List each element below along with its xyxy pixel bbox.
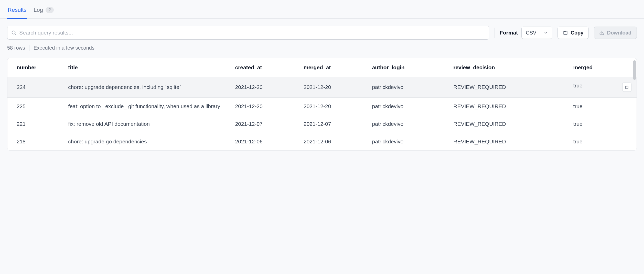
cell-created-at: 2021-12-06 [230,133,298,151]
toolbar: Format CSV Copy Download [0,19,644,43]
col-header-merged-at[interactable]: merged_at [298,58,367,77]
cell-author-login: patrickdevivo [367,98,448,115]
search-wrap[interactable] [7,26,489,40]
cell-merged-at: 2021-12-07 [298,115,367,133]
download-button[interactable]: Download [594,27,637,39]
row-count: 58 rows [7,45,25,51]
tab-results-label: Results [8,7,26,13]
cell-review-decision: REVIEW_REQUIRED [448,77,568,98]
clipboard-icon [625,85,629,89]
status-divider [29,45,29,51]
results-table: number title created_at merged_at author… [7,58,637,150]
copy-button[interactable]: Copy [557,27,589,39]
cell-author-login: patrickdevivo [367,133,448,151]
table-row[interactable]: 225feat: option to _exclude_ git functio… [7,98,637,115]
col-header-created-at[interactable]: created_at [230,58,298,77]
cell-created-at: 2021-12-20 [230,98,298,115]
format-group: Format CSV [500,27,552,39]
table-row[interactable]: 218chore: upgrade go dependencies2021-12… [7,133,637,151]
cell-title: chore: upgrade go dependencies [63,133,230,151]
merged-value: true [573,139,582,144]
clipboard-icon [563,30,568,35]
chevron-down-icon [543,30,548,35]
cell-title: chore: upgrade dependencies, including `… [63,77,230,98]
col-header-merged[interactable]: merged [568,58,637,77]
format-label: Format [500,30,518,36]
cell-created-at: 2021-12-20 [230,77,298,98]
cell-review-decision: REVIEW_REQUIRED [448,115,568,133]
table-header-row: number title created_at merged_at author… [7,58,637,77]
format-value: CSV [526,30,536,36]
merged-value: true [573,103,582,109]
status-bar: 58 rows Executed in a few seconds [0,43,644,55]
merged-value: true [573,121,582,127]
copy-label: Copy [571,30,583,36]
svg-rect-2 [565,31,566,32]
search-input[interactable] [19,30,485,36]
search-icon [11,30,17,36]
tabs-bar: Results Log 2 [0,0,644,19]
cell-title: feat: option to _exclude_ git functional… [63,98,230,115]
cell-review-decision: REVIEW_REQUIRED [448,133,568,151]
cell-review-decision: REVIEW_REQUIRED [448,98,568,115]
cell-title: fix: remove old API documentation [63,115,230,133]
col-header-author-login[interactable]: author_login [367,58,448,77]
exec-time: Executed in a few seconds [34,45,94,51]
cell-merged: true [568,98,637,115]
download-icon [599,30,604,35]
row-copy-button[interactable] [622,83,631,92]
toolbar-divider [494,28,495,38]
cell-number: 225 [7,98,63,115]
tab-log-count: 2 [46,7,53,13]
format-select[interactable]: CSV [521,27,552,39]
cell-created-at: 2021-12-07 [230,115,298,133]
cell-merged: true [568,133,637,151]
cell-author-login: patrickdevivo [367,77,448,98]
table-row[interactable]: 224chore: upgrade dependencies, includin… [7,77,637,98]
cell-author-login: patrickdevivo [367,115,448,133]
cell-number: 218 [7,133,63,151]
svg-rect-4 [626,86,627,86]
results-table-wrap: number title created_at merged_at author… [7,58,637,151]
cell-merged-at: 2021-12-20 [298,98,367,115]
tab-log[interactable]: Log 2 [33,4,54,19]
col-header-review-decision[interactable]: review_decision [448,58,568,77]
merged-value: true [573,83,582,88]
col-header-title[interactable]: title [63,58,230,77]
svg-line-1 [15,34,16,35]
tab-results[interactable]: Results [7,4,27,19]
col-header-number[interactable]: number [7,58,63,77]
cell-number: 221 [7,115,63,133]
cell-merged-at: 2021-12-06 [298,133,367,151]
table-row[interactable]: 221fix: remove old API documentation2021… [7,115,637,133]
cell-merged: true [568,115,637,133]
tab-log-label: Log [34,7,43,13]
download-label: Download [607,30,631,36]
cell-merged-at: 2021-12-20 [298,77,367,98]
cell-merged: true [568,77,637,98]
cell-number: 224 [7,77,63,98]
